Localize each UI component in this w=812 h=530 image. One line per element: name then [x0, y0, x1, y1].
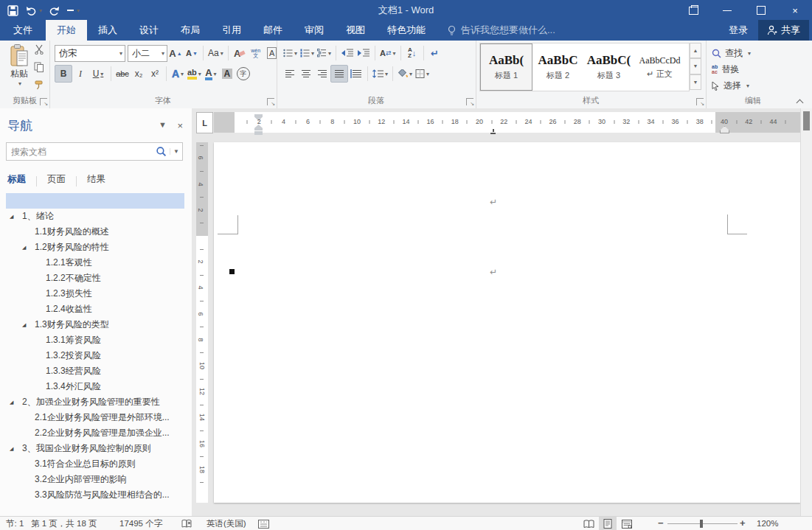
language-indicator[interactable]: 英语(美国)	[207, 517, 246, 530]
replace-button[interactable]: abac 替换	[706, 61, 800, 77]
superscript-button[interactable]: x²	[147, 66, 163, 82]
italic-button[interactable]: I	[72, 66, 89, 82]
web-layout-icon[interactable]	[618, 517, 636, 530]
navigation-options-icon[interactable]: ▼	[159, 120, 167, 129]
nav-outline-item[interactable]: 1.3.1筹资风险	[0, 332, 192, 348]
underline-button[interactable]: U	[89, 66, 108, 82]
align-right-button[interactable]	[314, 66, 330, 82]
sign-in-button[interactable]: 登录	[718, 20, 758, 41]
change-case-button[interactable]: Aa	[207, 45, 225, 61]
nav-outline-item[interactable]: 3.1符合企业总目标的原则	[0, 456, 192, 472]
line-spacing-button[interactable]	[371, 66, 389, 82]
font-name-combo[interactable]: 仿宋	[55, 45, 125, 62]
font-color-button[interactable]: A	[203, 66, 219, 82]
styles-scroll-down-icon[interactable]: ▼	[690, 58, 701, 74]
close-icon[interactable]: ×	[778, 0, 812, 21]
nav-outline-item[interactable]: ◢2、加强企业财务风险管理的重要性	[0, 394, 192, 410]
increase-indent-button[interactable]	[355, 45, 372, 61]
paragraph-dialog-launcher-icon[interactable]	[466, 98, 473, 105]
style-card[interactable]: AaBbC(标题 3	[583, 43, 634, 91]
nav-outline-item[interactable]: 1.2.1客观性	[0, 255, 192, 271]
input-mode-icon[interactable]	[258, 519, 269, 530]
align-center-button[interactable]	[298, 66, 314, 82]
nav-outline-item[interactable]: 3.3风险防范与风险处理相结合的...	[0, 487, 192, 503]
search-input[interactable]	[7, 147, 156, 157]
zoom-out-icon[interactable]: −	[658, 517, 664, 530]
font-dialog-launcher-icon[interactable]	[267, 98, 274, 105]
tab-开始[interactable]: 开始	[46, 20, 87, 41]
decrease-indent-button[interactable]	[339, 45, 355, 61]
tab-邮件[interactable]: 邮件	[252, 20, 294, 41]
tab-文件[interactable]: 文件	[0, 20, 46, 41]
cut-icon[interactable]	[34, 44, 44, 57]
document-page[interactable]: ↵ ↵	[214, 142, 800, 503]
nav-outline-item[interactable]: 1.3.2投资风险	[0, 348, 192, 363]
ribbon-display-options-icon[interactable]	[676, 0, 710, 21]
distribute-button[interactable]	[348, 66, 364, 82]
style-card[interactable]: AaBbCcDd↵ 正文	[634, 43, 685, 91]
nav-outline-item[interactable]: 3.2企业内部管理的影响	[0, 472, 192, 487]
copy-icon[interactable]	[34, 62, 44, 75]
read-mode-icon[interactable]	[580, 517, 597, 530]
scrollbar-thumb[interactable]	[803, 111, 810, 130]
nav-outline-item[interactable]: 2.2企业财务风险管理是加强企业...	[0, 425, 192, 441]
nav-outline-item[interactable]: ◢1、绪论	[0, 209, 192, 224]
search-options-icon[interactable]: ▼	[170, 148, 182, 155]
share-button[interactable]: 共享	[758, 20, 809, 41]
shrink-font-button[interactable]: A▼	[184, 45, 200, 61]
page-indicator[interactable]: 第 1 页，共 18 页	[31, 517, 97, 530]
text-effects-button[interactable]: A	[170, 66, 186, 82]
nav-outline-item[interactable]	[6, 193, 184, 209]
tab-设计[interactable]: 设计	[128, 20, 170, 41]
sort-button[interactable]: AZ↓	[404, 45, 420, 61]
align-left-button[interactable]	[282, 66, 298, 82]
zoom-in-icon[interactable]: +	[740, 517, 746, 530]
collapse-ribbon-icon[interactable]	[796, 98, 805, 105]
borders-button[interactable]	[414, 66, 431, 82]
search-icon[interactable]	[156, 146, 167, 157]
highlight-color-button[interactable]: ab	[186, 66, 203, 82]
style-card[interactable]: AaBb(标题 1	[480, 43, 532, 91]
left-indent-marker[interactable]	[254, 130, 263, 135]
format-painter-icon[interactable]	[34, 80, 44, 93]
styles-scroll-up-icon[interactable]: ▲	[690, 43, 701, 58]
phonetic-guide-button[interactable]: wén文	[248, 45, 264, 61]
font-size-combo[interactable]: 小二	[128, 45, 167, 62]
justify-button[interactable]	[330, 65, 348, 83]
nav-outline-item[interactable]: ◢1.2财务风险的特性	[0, 240, 192, 255]
nav-tab-headings[interactable]: 标题	[7, 173, 26, 189]
strikethrough-button[interactable]: abc	[114, 66, 131, 82]
tab-插入[interactable]: 插入	[87, 20, 128, 41]
tab-布局[interactable]: 布局	[170, 20, 211, 41]
nav-outline-item[interactable]: 1.2.2不确定性	[0, 271, 192, 286]
show-formatting-marks-button[interactable]: ↵	[427, 45, 443, 61]
tab-特色功能[interactable]: 特色功能	[376, 20, 437, 41]
nav-tab-results[interactable]: 结果	[87, 173, 105, 189]
nav-outline-item[interactable]: 2.1企业财务风险管理是外部环境...	[0, 410, 192, 425]
subscript-button[interactable]: x₂	[131, 66, 147, 82]
zoom-slider-thumb[interactable]	[700, 520, 703, 528]
nav-outline-item[interactable]: ◢1.3财务风险的类型	[0, 317, 192, 332]
nav-outline-item[interactable]: 1.3.3经营风险	[0, 363, 192, 379]
tab-stop-marker[interactable]	[490, 128, 496, 134]
tab-视图[interactable]: 视图	[335, 20, 376, 41]
styles-more-icon[interactable]: ▼	[690, 74, 701, 90]
nav-tab-pages[interactable]: 页面	[47, 173, 66, 189]
grow-font-button[interactable]: A▲	[167, 45, 184, 61]
shading-button[interactable]	[396, 66, 414, 82]
clear-formatting-button[interactable]: A	[232, 45, 248, 61]
minimize-icon[interactable]	[710, 0, 744, 21]
navigation-close-icon[interactable]: ×	[177, 120, 183, 131]
paste-button[interactable]: 粘贴	[4, 44, 34, 96]
nav-outline-item[interactable]: 1.2.4收益性	[0, 301, 192, 317]
styles-dialog-launcher-icon[interactable]	[696, 98, 704, 105]
character-shading-button[interactable]: A	[219, 66, 235, 82]
nav-outline-item[interactable]: 1.2.3损失性	[0, 286, 192, 301]
enclose-characters-button[interactable]: 字	[235, 66, 251, 82]
find-button[interactable]: 查找	[706, 45, 800, 61]
document-search-box[interactable]: ▼	[6, 142, 183, 161]
tab-引用[interactable]: 引用	[211, 20, 252, 41]
print-layout-icon[interactable]	[599, 517, 617, 530]
hanging-indent-marker[interactable]	[254, 125, 263, 130]
style-card[interactable]: AaBbC标题 2	[532, 43, 583, 91]
